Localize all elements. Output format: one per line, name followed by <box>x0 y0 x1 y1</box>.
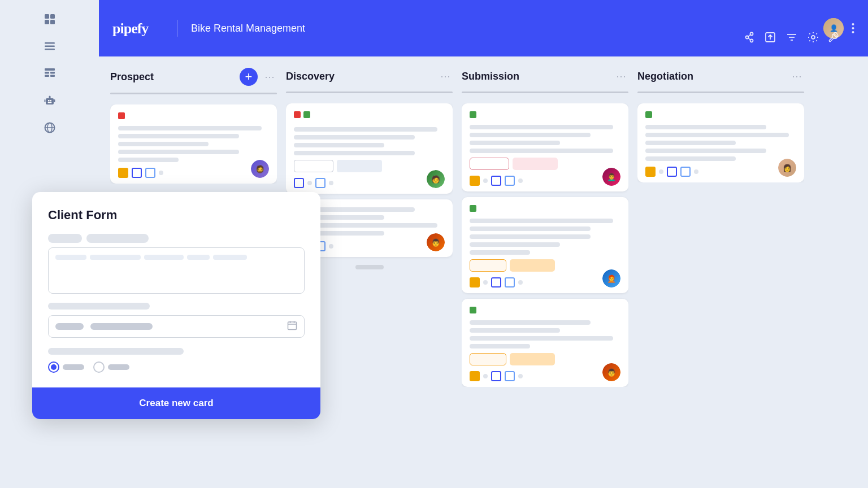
card-dot-small2 <box>518 178 523 183</box>
card-dot-green <box>470 205 476 212</box>
svg-rect-19 <box>54 99 55 102</box>
card-avatar: 🧑 <box>427 170 445 188</box>
radio-row <box>48 361 305 373</box>
card-discovery-1[interactable]: 🧑 <box>286 103 453 194</box>
share-icon[interactable] <box>743 31 755 43</box>
sidebar-icon-table[interactable] <box>40 63 60 84</box>
date-pill-1 <box>55 323 84 330</box>
card-icon-blue <box>491 176 501 186</box>
card-footer: 🧔 <box>118 168 269 178</box>
card-line <box>645 141 736 145</box>
card-tag-pink-fill <box>513 158 558 170</box>
card-line <box>645 149 766 153</box>
column-negotiation: Negotiation ⋯ <box>637 68 804 488</box>
card-footer: 👨‍🦱 <box>470 176 620 186</box>
column-submission: Submission ⋯ <box>462 68 628 488</box>
card-dot-small <box>483 374 488 378</box>
discovery-column-line <box>286 91 453 93</box>
card-dot-small2 <box>329 181 333 185</box>
card-footer: 👨 <box>470 371 620 381</box>
column-header-discovery: Discovery ⋯ <box>286 68 453 85</box>
card-icon-blue2 <box>505 277 515 287</box>
card-icon-blue <box>132 168 142 178</box>
form-label2 <box>48 303 150 310</box>
header: pipefy Bike Rental Management 👤 <box>99 0 868 56</box>
card-icon-blue2 <box>505 176 515 186</box>
card-line <box>470 141 560 145</box>
sidebar-icon-list[interactable] <box>40 36 60 56</box>
discovery-menu-icon[interactable]: ⋯ <box>438 68 453 85</box>
card-footer: 🧑 <box>294 178 445 188</box>
header-actions: 👤 <box>823 0 854 56</box>
radio-item-1[interactable] <box>48 361 84 373</box>
filter-icon[interactable] <box>785 31 798 43</box>
more-options-icon[interactable] <box>852 23 854 34</box>
date-pill-2 <box>90 323 153 330</box>
negotiation-menu-icon[interactable]: ⋯ <box>789 68 804 85</box>
radio-circle-selected[interactable] <box>48 361 59 373</box>
card-tag-orange-fill2 <box>510 353 555 365</box>
svg-rect-6 <box>45 49 55 50</box>
card-dot-red <box>294 111 301 118</box>
card-submission-3[interactable]: 👨 <box>462 299 628 387</box>
card-tag-pink-outline <box>470 158 509 170</box>
prospect-menu-icon[interactable]: ⋯ <box>262 68 277 85</box>
svg-rect-3 <box>50 20 55 24</box>
card-submission-1[interactable]: 👨‍🦱 <box>462 103 628 191</box>
export-icon[interactable] <box>764 31 776 43</box>
tools-icon[interactable] <box>828 31 841 43</box>
radio-circle-empty[interactable] <box>93 361 105 373</box>
card-line <box>470 320 591 325</box>
card-icon-blue <box>491 277 501 287</box>
svg-rect-15 <box>47 102 51 103</box>
svg-point-24 <box>852 23 854 25</box>
svg-rect-2 <box>45 20 49 24</box>
scroll-indicator <box>355 265 384 269</box>
header-title: Bike Rental Management <box>191 23 305 34</box>
card-icon-orange <box>470 277 480 287</box>
settings-icon[interactable] <box>807 31 819 43</box>
submission-menu-icon[interactable]: ⋯ <box>614 68 628 85</box>
card-line <box>118 126 262 130</box>
sidebar-icon-robot[interactable] <box>40 90 60 111</box>
card-avatar: 👨‍🦱 <box>602 168 620 186</box>
card-prospect-1[interactable]: 🧔 <box>110 104 277 184</box>
card-submission-2[interactable]: 🧑‍🦰 <box>462 197 628 293</box>
svg-line-31 <box>748 38 750 40</box>
card-negotiation-1[interactable]: 👩 <box>637 103 804 182</box>
card-tag-orange-outline <box>470 259 506 272</box>
ph-line <box>90 255 141 260</box>
calendar-icon[interactable] <box>287 320 297 333</box>
ph-line <box>55 255 86 260</box>
card-line <box>294 127 437 132</box>
radio-item-2[interactable] <box>93 361 129 373</box>
sidebar-icon-grid[interactable] <box>40 9 60 29</box>
card-icon-orange <box>470 176 480 186</box>
card-tag-fill <box>337 160 382 172</box>
card-avatar: 🧔 <box>251 160 269 178</box>
date-input[interactable] <box>48 315 305 338</box>
card-dot-small <box>483 178 488 183</box>
sidebar-icon-globe[interactable] <box>40 117 60 138</box>
svg-rect-14 <box>50 100 51 102</box>
card-icon-blue <box>667 167 677 177</box>
form-label-pill-1 <box>48 234 82 243</box>
card-line <box>470 125 613 129</box>
ph-line <box>144 255 184 260</box>
svg-rect-13 <box>48 100 50 102</box>
form-label-row <box>48 234 305 243</box>
card-line <box>118 134 239 138</box>
card-line <box>470 242 560 247</box>
card-icon-blue2 <box>145 168 155 178</box>
column-title-prospect: Prospect <box>110 71 235 83</box>
client-form-modal: Client Form <box>32 192 320 419</box>
svg-rect-12 <box>46 98 54 104</box>
add-card-prospect-button[interactable]: + <box>240 68 258 86</box>
create-card-button[interactable]: Create new card <box>32 387 320 419</box>
card-icon-orange <box>118 168 128 178</box>
svg-rect-18 <box>44 99 45 102</box>
svg-rect-0 <box>45 14 49 19</box>
card-tag-gray <box>294 160 333 172</box>
form-textarea[interactable] <box>48 247 305 294</box>
logo-area: pipefy Bike Rental Management <box>112 20 305 37</box>
